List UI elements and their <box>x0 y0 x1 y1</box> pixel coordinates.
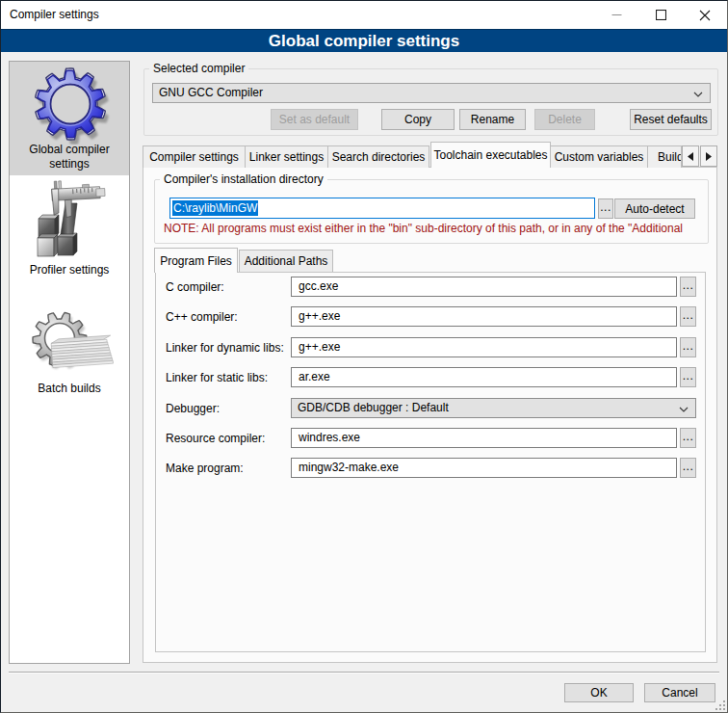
chevron-down-icon <box>679 407 689 412</box>
close-icon <box>699 10 711 21</box>
cancel-button[interactable]: Cancel <box>644 683 715 702</box>
caliper-icon <box>29 178 111 260</box>
form-label: C++ compiler: <box>166 310 289 324</box>
form-input[interactable]: g++.exe <box>291 337 677 357</box>
browse-button-label: ... <box>683 430 694 443</box>
resize-grip[interactable] <box>715 700 725 710</box>
dialog-header-title: Global compiler settings <box>1 30 727 52</box>
footer-separator <box>9 672 719 673</box>
arrow-left-icon <box>688 152 693 161</box>
browse-button-label: ... <box>683 460 694 473</box>
browse-directory-button[interactable]: ... <box>598 198 613 219</box>
titlebar[interactable]: Compiler settings <box>1 1 727 29</box>
compiler-settings-dialog: Compiler settings Global compiler settin… <box>0 0 728 713</box>
form-input-value: mingw32-make.exe <box>299 459 399 477</box>
browse-button-label: ... <box>683 339 694 353</box>
sidebar-item-label: Profiler settings <box>10 263 129 277</box>
tabs-scroll-right-button[interactable] <box>700 145 717 167</box>
installation-directory-value: C:\raylib\MinGW <box>172 200 258 216</box>
form-input[interactable]: g++.exe <box>291 306 677 327</box>
window-title: Compiler settings <box>10 1 99 29</box>
dialog-header: Global compiler settings <box>1 29 727 52</box>
browse-button-label: ... <box>683 308 694 322</box>
tab-toolchain-executables[interactable]: Toolchain executables <box>430 142 551 168</box>
tab-additional-paths[interactable]: Additional Paths <box>239 250 333 272</box>
form-input-value: g++.exe <box>299 307 340 326</box>
sidebar-item-label: Global compiler settings <box>10 143 129 172</box>
tab-label: Toolchain executables <box>433 148 547 162</box>
set-as-default-button[interactable]: Set as default <box>271 109 358 130</box>
form-input-value: windres.exe <box>299 429 360 447</box>
browse-button[interactable]: ... <box>680 428 696 448</box>
browse-button[interactable]: ... <box>680 337 696 357</box>
auto-detect-button[interactable]: Auto-detect <box>614 198 695 219</box>
browse-button-label: ... <box>683 278 694 292</box>
browse-button[interactable]: ... <box>680 367 696 387</box>
gear-papers-icon <box>23 308 119 374</box>
debugger-select-value: GDB/CDB debugger : Default <box>298 399 449 417</box>
chevron-down-icon <box>693 92 703 97</box>
selected-compiler-group-label: Selected compiler <box>149 62 248 75</box>
form-input[interactable]: windres.exe <box>291 428 677 448</box>
tabs-scroll-left-button[interactable] <box>682 145 699 167</box>
debugger-select[interactable]: GDB/CDB debugger : Default <box>291 398 696 418</box>
sidebar-label-line1: Global compiler <box>10 143 129 157</box>
arrow-right-icon <box>706 152 712 161</box>
form-input-value: gcc.exe <box>299 277 338 296</box>
maximize-button[interactable] <box>638 1 683 29</box>
tab-label: Custom variables <box>555 150 644 164</box>
browse-button-label: ... <box>683 369 694 383</box>
tab-compiler-settings[interactable]: Compiler settings <box>143 145 246 168</box>
browse-button[interactable]: ... <box>680 306 696 327</box>
form-input[interactable]: mingw32-make.exe <box>291 458 677 478</box>
note-text: NOTE: All programs must exist either in … <box>164 222 707 235</box>
browse-button[interactable]: ... <box>680 277 696 297</box>
browse-button[interactable]: ... <box>680 458 696 478</box>
maximize-icon <box>656 10 666 20</box>
tab-build-options[interactable]: Build options <box>648 145 682 168</box>
form-input[interactable]: gcc.exe <box>291 277 677 297</box>
minimize-button[interactable] <box>594 1 638 29</box>
form-input[interactable]: ar.exe <box>291 367 677 387</box>
tab-linker-settings[interactable]: Linker settings <box>246 145 328 168</box>
tab-label: Linker settings <box>249 150 324 164</box>
tab-program-files[interactable]: Program Files <box>154 248 238 273</box>
form-label: C compiler: <box>166 280 289 294</box>
blue-gear-icon <box>30 64 111 145</box>
form-input-value: g++.exe <box>299 338 340 356</box>
ok-button[interactable]: OK <box>564 683 634 702</box>
copy-button[interactable]: Copy <box>381 109 455 130</box>
reset-defaults-button[interactable]: Reset defaults <box>630 109 712 130</box>
sidebar-label-line2: settings <box>10 157 129 172</box>
form-label: Linker for static libs: <box>166 371 289 384</box>
rename-button[interactable]: Rename <box>459 109 526 130</box>
installation-directory-input[interactable]: C:\raylib\MinGW <box>169 198 595 219</box>
minimize-icon <box>611 10 622 20</box>
delete-button[interactable]: Delete <box>534 109 595 130</box>
tab-search-directories[interactable]: Search directories <box>328 145 429 168</box>
tab-label: Search directories <box>332 150 426 164</box>
sidebar-item-label: Batch builds <box>10 382 129 396</box>
form-label: Resource compiler: <box>166 432 289 445</box>
form-input-value: ar.exe <box>299 368 330 386</box>
installation-directory-group-label: Compiler's installation directory <box>160 172 327 186</box>
form-label: Make program: <box>166 462 289 475</box>
tab-label: Compiler settings <box>149 150 239 164</box>
form-label: Linker for dynamic libs: <box>166 341 289 355</box>
selected-compiler-value: GNU GCC Compiler <box>159 84 263 102</box>
tab-custom-variables[interactable]: Custom variables <box>551 145 648 168</box>
form-label: Debugger: <box>166 402 289 415</box>
close-button[interactable] <box>683 1 727 29</box>
tab-label: Build options <box>658 150 682 164</box>
selected-compiler-combobox[interactable]: GNU GCC Compiler <box>152 83 711 103</box>
browse-directory-label: ... <box>600 200 611 214</box>
